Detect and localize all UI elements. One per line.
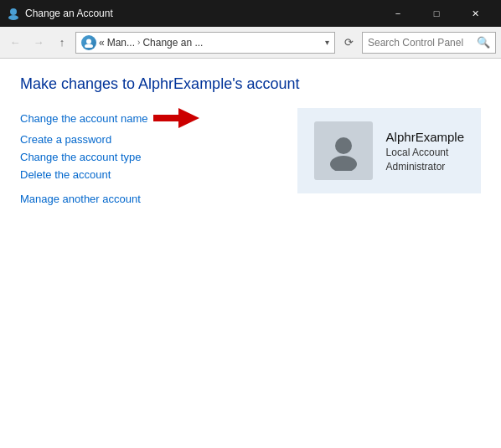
svg-point-0 <box>10 8 17 15</box>
close-button[interactable]: ✕ <box>456 0 494 27</box>
account-detail-1: Local Account <box>386 147 464 158</box>
account-detail-2: Administrator <box>386 161 464 173</box>
create-password-link[interactable]: Create a password <box>20 133 281 146</box>
svg-point-2 <box>86 39 91 44</box>
svg-point-6 <box>330 156 357 171</box>
avatar <box>314 121 373 180</box>
change-account-name-link[interactable]: Change the account name <box>20 112 148 125</box>
breadcrumb-current: Change an ... <box>142 37 203 49</box>
account-info: AlphrExample Local Account Administrator <box>386 130 464 173</box>
breadcrumb-prefix: « <box>99 37 105 49</box>
svg-point-1 <box>8 15 18 20</box>
breadcrumb-icon <box>81 35 96 50</box>
change-account-type-link[interactable]: Change the account type <box>20 151 281 163</box>
page-title: Make changes to AlphrExample's account <box>20 75 481 93</box>
search-icon[interactable]: 🔍 <box>477 36 490 49</box>
avatar-icon <box>323 131 364 171</box>
back-button[interactable]: ← <box>5 33 25 53</box>
forward-button[interactable]: → <box>28 33 49 53</box>
svg-point-5 <box>335 137 352 154</box>
titlebar-controls: − □ ✕ <box>379 0 494 27</box>
address-bar: ← → ↑ « Man... › Change an ... ▾ ⟳ 🔍 <box>0 27 501 59</box>
titlebar: Change an Account − □ ✕ <box>0 0 501 27</box>
change-name-row: Change the account name <box>20 108 281 128</box>
main-area: Change the account name Create a passwor… <box>20 108 481 210</box>
main-content: Make changes to AlphrExample's account C… <box>0 59 501 227</box>
svg-marker-4 <box>153 108 199 128</box>
breadcrumb-separator: › <box>137 38 140 47</box>
account-card: AlphrExample Local Account Administrator <box>297 108 481 193</box>
up-button[interactable]: ↑ <box>52 33 72 53</box>
refresh-button[interactable]: ⟳ <box>338 33 359 53</box>
links-section: Change the account name Create a passwor… <box>20 108 281 210</box>
breadcrumb-dropdown-arrow[interactable]: ▾ <box>325 38 329 47</box>
search-bar[interactable]: 🔍 <box>362 32 496 54</box>
search-input[interactable] <box>368 37 473 49</box>
manage-another-account-link[interactable]: Manage another account <box>20 193 281 205</box>
titlebar-title: Change an Account <box>25 8 379 19</box>
red-arrow-icon <box>153 108 199 128</box>
titlebar-icon <box>7 7 20 20</box>
maximize-button[interactable]: □ <box>417 0 456 27</box>
svg-point-3 <box>85 44 93 48</box>
breadcrumb-man: Man... <box>107 37 135 49</box>
account-name: AlphrExample <box>386 130 464 144</box>
delete-account-link[interactable]: Delete the account <box>20 168 281 181</box>
breadcrumb-bar[interactable]: « Man... › Change an ... ▾ <box>75 32 335 54</box>
minimize-button[interactable]: − <box>379 0 417 27</box>
